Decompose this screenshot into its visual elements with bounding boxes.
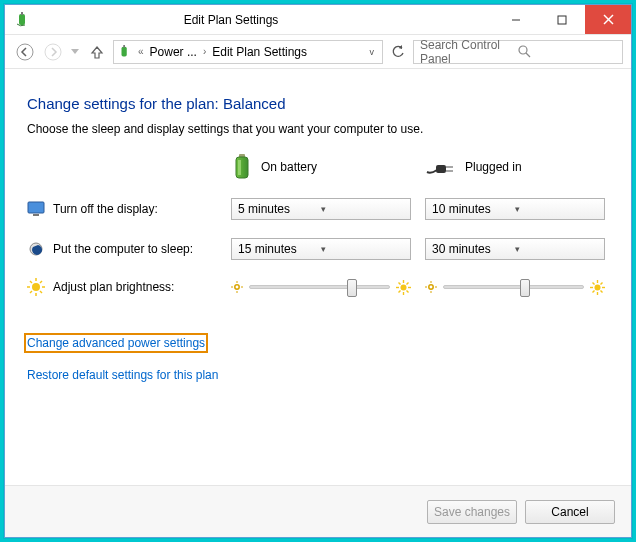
sun-large-icon <box>396 280 411 295</box>
chevron-down-icon: ▾ <box>515 204 598 214</box>
up-button[interactable] <box>85 40 109 64</box>
breadcrumb-seg-1[interactable]: Power ... <box>148 45 199 59</box>
sleep-icon <box>27 240 45 258</box>
display-icon <box>27 200 45 218</box>
brightness-battery-slider[interactable] <box>231 280 411 295</box>
svg-point-10 <box>519 46 527 54</box>
column-header-plugged: Plugged in <box>425 158 605 176</box>
svg-line-28 <box>40 281 42 283</box>
breadcrumb-sep: « <box>134 46 148 57</box>
svg-line-56 <box>601 282 603 284</box>
sleep-battery-dropdown[interactable]: 15 minutes▾ <box>231 238 411 260</box>
search-placeholder: Search Control Panel <box>420 38 518 66</box>
svg-point-6 <box>17 44 33 60</box>
advanced-settings-link[interactable]: Change advanced power settings <box>27 336 205 350</box>
slider-track[interactable] <box>249 285 390 289</box>
svg-point-49 <box>595 284 601 290</box>
cancel-button[interactable]: Cancel <box>525 500 615 524</box>
svg-line-57 <box>593 290 595 292</box>
svg-line-54 <box>593 282 595 284</box>
svg-point-30 <box>235 285 239 289</box>
sleep-plugged-dropdown[interactable]: 30 minutes▾ <box>425 238 605 260</box>
column-label: On battery <box>261 160 317 174</box>
titlebar: Edit Plan Settings <box>5 5 631 35</box>
sun-small-icon <box>425 281 437 293</box>
display-plugged-dropdown[interactable]: 10 minutes▾ <box>425 198 605 220</box>
search-input[interactable]: Search Control Panel <box>413 40 623 64</box>
slider-thumb[interactable] <box>347 279 357 297</box>
sun-small-icon <box>231 281 243 293</box>
column-header-battery: On battery <box>231 154 411 180</box>
svg-line-55 <box>601 290 603 292</box>
breadcrumb-sep: › <box>199 46 210 57</box>
svg-line-42 <box>407 282 409 284</box>
battery-icon <box>231 154 253 180</box>
svg-line-11 <box>526 53 530 57</box>
slider-track[interactable] <box>443 285 584 289</box>
recent-dropdown[interactable] <box>69 40 81 64</box>
slider-thumb[interactable] <box>520 279 530 297</box>
save-button[interactable]: Save changes <box>427 500 517 524</box>
window-controls <box>493 5 631 34</box>
svg-line-26 <box>30 281 32 283</box>
svg-point-35 <box>401 284 407 290</box>
close-button[interactable] <box>585 5 631 34</box>
svg-point-7 <box>45 44 61 60</box>
svg-rect-15 <box>436 165 446 173</box>
display-battery-dropdown[interactable]: 5 minutes▾ <box>231 198 411 220</box>
svg-rect-13 <box>236 157 248 178</box>
breadcrumb-icon <box>116 45 134 59</box>
footer: Save changes Cancel <box>5 485 631 537</box>
back-button[interactable] <box>13 40 37 64</box>
svg-rect-19 <box>33 214 39 216</box>
brightness-plugged-slider[interactable] <box>425 280 605 295</box>
row-sleep-label: Put the computer to sleep: <box>27 240 217 258</box>
breadcrumb-dropdown[interactable]: v <box>364 47 381 57</box>
forward-button[interactable] <box>41 40 65 64</box>
page-heading: Change settings for the plan: Balanced <box>27 95 611 112</box>
column-label: Plugged in <box>465 160 522 174</box>
row-brightness-label: Adjust plan brightness: <box>27 278 217 296</box>
svg-rect-14 <box>238 160 241 175</box>
window: Edit Plan Settings <box>4 4 632 538</box>
navigation-bar: « Power ... › Edit Plan Settings v Searc… <box>5 35 631 69</box>
content-area: Change settings for the plan: Balanced C… <box>5 69 631 485</box>
svg-point-44 <box>429 285 433 289</box>
sun-large-icon <box>590 280 605 295</box>
svg-line-29 <box>30 291 32 293</box>
minimize-button[interactable] <box>493 5 539 34</box>
row-display-label: Turn off the display: <box>27 200 217 218</box>
settings-grid: On battery Plugged in Turn <box>27 154 611 296</box>
page-subheading: Choose the sleep and display settings th… <box>27 122 611 136</box>
breadcrumb-seg-2[interactable]: Edit Plan Settings <box>210 45 309 59</box>
svg-rect-3 <box>558 16 566 24</box>
svg-rect-18 <box>28 202 44 213</box>
svg-line-40 <box>399 282 401 284</box>
window-title: Edit Plan Settings <box>0 13 493 27</box>
chevron-down-icon: ▾ <box>321 244 404 254</box>
svg-line-43 <box>399 290 401 292</box>
links-section: Change advanced power settings Restore d… <box>27 336 611 382</box>
maximize-button[interactable] <box>539 5 585 34</box>
chevron-down-icon: ▾ <box>515 244 598 254</box>
plug-icon <box>425 158 457 176</box>
svg-point-21 <box>32 283 40 291</box>
restore-defaults-link[interactable]: Restore default settings for this plan <box>27 368 218 382</box>
search-icon <box>518 45 616 58</box>
svg-line-27 <box>40 291 42 293</box>
brightness-icon <box>27 278 45 296</box>
svg-line-41 <box>407 290 409 292</box>
refresh-button[interactable] <box>387 45 409 59</box>
svg-rect-8 <box>122 46 127 56</box>
chevron-down-icon: ▾ <box>321 204 404 214</box>
breadcrumb[interactable]: « Power ... › Edit Plan Settings v <box>113 40 383 64</box>
svg-rect-9 <box>123 45 125 48</box>
